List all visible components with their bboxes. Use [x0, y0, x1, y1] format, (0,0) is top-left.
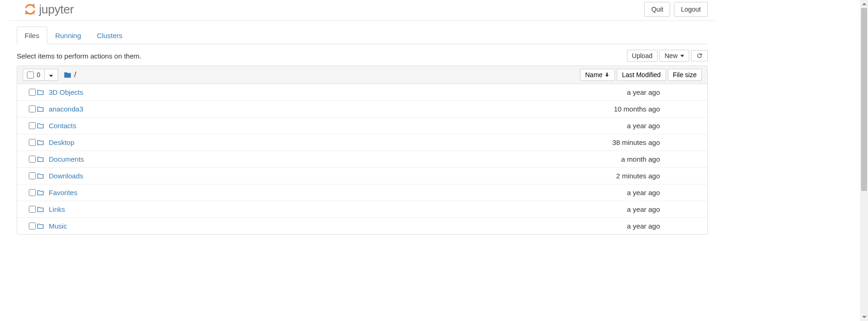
- sort-name-button[interactable]: Name: [580, 69, 615, 81]
- table-row: Desktop38 minutes ago: [17, 134, 707, 151]
- row-checkbox[interactable]: [29, 189, 36, 196]
- caret-down-icon: [49, 75, 53, 77]
- new-dropdown-button[interactable]: New: [659, 50, 689, 62]
- toolbar: Select items to perform actions on them.…: [9, 44, 715, 66]
- tab-clusters[interactable]: Clusters: [89, 26, 131, 44]
- action-hint: Select items to perform actions on them.: [17, 52, 141, 60]
- item-modified: a year ago: [576, 222, 660, 230]
- item-modified: 38 minutes ago: [576, 138, 660, 146]
- table-row: 3D Objectsa year ago: [17, 84, 707, 101]
- svg-point-1: [25, 13, 27, 14]
- breadcrumb: /: [64, 71, 76, 79]
- vertical-scrollbar[interactable]: [860, 0, 868, 235]
- folder-icon: [37, 139, 49, 146]
- file-list: 0 / Name Last Modified File size: [17, 66, 708, 235]
- table-row: Documentsa month ago: [17, 151, 707, 168]
- item-name-link[interactable]: 3D Objects: [49, 88, 83, 96]
- tab-running[interactable]: Running: [47, 26, 89, 44]
- folder-icon: [37, 89, 49, 96]
- item-name-link[interactable]: Favorites: [49, 189, 78, 197]
- sort-size-button[interactable]: File size: [668, 69, 702, 81]
- list-header: 0 / Name Last Modified File size: [17, 66, 707, 84]
- row-checkbox[interactable]: [29, 89, 36, 96]
- select-all-dropdown[interactable]: [44, 69, 58, 80]
- item-modified: a year ago: [576, 122, 660, 130]
- item-name-link[interactable]: anaconda3: [49, 105, 83, 113]
- jupyter-logo[interactable]: jupyter: [24, 2, 74, 17]
- svg-point-2: [34, 13, 35, 15]
- row-checkbox[interactable]: [29, 139, 36, 146]
- item-name-link[interactable]: Links: [49, 205, 65, 213]
- item-modified: a year ago: [576, 189, 660, 197]
- upload-button[interactable]: Upload: [627, 50, 658, 62]
- sort-modified-button[interactable]: Last Modified: [617, 69, 666, 81]
- scroll-track[interactable]: [860, 8, 868, 235]
- item-modified: a year ago: [576, 88, 660, 96]
- folder-icon: [37, 122, 49, 130]
- scroll-thumb[interactable]: [861, 8, 867, 191]
- item-name-link[interactable]: Contacts: [49, 122, 76, 130]
- item-name-link[interactable]: Documents: [49, 155, 84, 163]
- table-row: Contactsa year ago: [17, 118, 707, 134]
- item-modified: 10 months ago: [576, 105, 660, 113]
- header-buttons: Quit Logout: [644, 2, 708, 17]
- arrow-down-icon: [604, 72, 610, 78]
- table-row: Musica year ago: [17, 218, 707, 234]
- row-checkbox[interactable]: [29, 105, 36, 112]
- quit-button[interactable]: Quit: [644, 2, 670, 17]
- item-modified: a month ago: [576, 155, 660, 163]
- jupyter-icon: [24, 3, 36, 15]
- table-row: Favoritesa year ago: [17, 184, 707, 201]
- folder-icon: [37, 156, 49, 163]
- item-name-link[interactable]: Downloads: [49, 172, 83, 180]
- folder-icon: [37, 189, 49, 197]
- select-all-checkbox[interactable]: [27, 72, 34, 79]
- item-name-link[interactable]: Music: [49, 222, 67, 230]
- logout-button[interactable]: Logout: [674, 2, 708, 17]
- table-row: Downloads2 minutes ago: [17, 168, 707, 184]
- breadcrumb-root[interactable]: /: [74, 71, 76, 79]
- tab-files[interactable]: Files: [17, 26, 47, 44]
- scroll-up-arrow[interactable]: [860, 0, 868, 8]
- refresh-icon: [696, 52, 703, 59]
- caret-down-icon: [680, 55, 684, 57]
- table-row: Linksa year ago: [17, 201, 707, 218]
- row-checkbox[interactable]: [29, 156, 36, 163]
- row-checkbox[interactable]: [29, 172, 36, 179]
- col-name-label: Name: [585, 71, 602, 79]
- row-checkbox[interactable]: [29, 122, 36, 129]
- row-checkbox[interactable]: [29, 223, 36, 229]
- row-checkbox[interactable]: [29, 206, 36, 213]
- folder-icon: [37, 223, 49, 230]
- folder-icon[interactable]: [64, 71, 72, 79]
- new-button-label: New: [665, 52, 678, 59]
- select-all-control: 0: [23, 69, 58, 81]
- table-row: anaconda310 months ago: [17, 101, 707, 118]
- item-modified: a year ago: [576, 205, 660, 213]
- jupyter-logo-text: jupyter: [39, 2, 74, 17]
- tabs: Files Running Clusters: [17, 26, 708, 44]
- folder-icon: [37, 206, 49, 213]
- folder-icon: [37, 172, 49, 180]
- item-name-link[interactable]: Desktop: [49, 138, 74, 146]
- header: jupyter Quit Logout: [9, 0, 715, 21]
- svg-point-0: [33, 4, 34, 5]
- refresh-button[interactable]: [691, 50, 708, 61]
- selected-count: 0: [37, 71, 40, 79]
- folder-icon: [37, 105, 49, 113]
- item-modified: 2 minutes ago: [576, 172, 660, 180]
